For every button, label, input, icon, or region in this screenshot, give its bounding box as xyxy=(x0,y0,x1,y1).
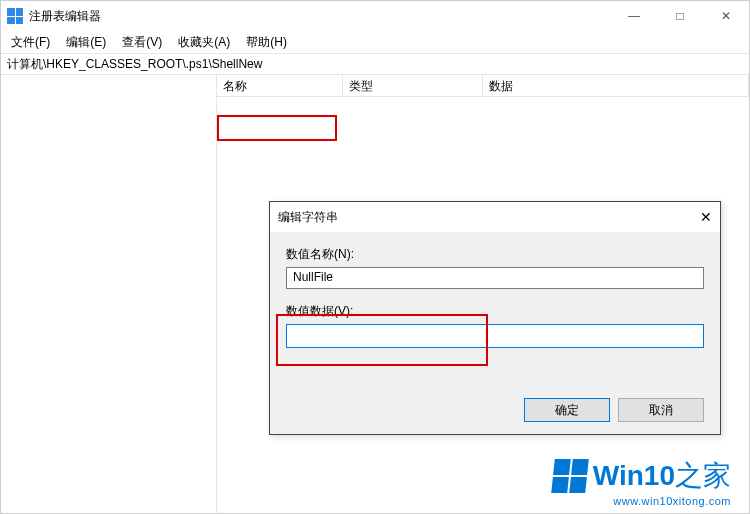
menu-file[interactable]: 文件(F) xyxy=(5,32,56,53)
maximize-button[interactable]: □ xyxy=(657,1,703,31)
menu-view[interactable]: 查看(V) xyxy=(116,32,168,53)
menu-edit[interactable]: 编辑(E) xyxy=(60,32,112,53)
address-bar[interactable]: 计算机\HKEY_CLASSES_ROOT\.ps1\ShellNew xyxy=(1,53,749,75)
window-controls: — □ ✕ xyxy=(611,1,749,31)
dialog-title: 编辑字符串 xyxy=(278,209,495,226)
tree-view[interactable] xyxy=(1,75,217,513)
cancel-button[interactable]: 取消 xyxy=(618,398,704,422)
watermark-url: www.win10xitong.com xyxy=(553,495,731,507)
edit-string-dialog: 编辑字符串 ✕ 数值名称(N): NullFile 数值数据(V): 确定 取消 xyxy=(269,201,721,435)
column-name[interactable]: 名称 xyxy=(217,75,343,96)
value-name-label: 数值名称(N): xyxy=(286,246,704,263)
value-data-label: 数值数据(V): xyxy=(286,303,704,320)
windows-flag-icon xyxy=(551,459,589,493)
minimize-button[interactable]: — xyxy=(611,1,657,31)
menu-bar: 文件(F) 编辑(E) 查看(V) 收藏夹(A) 帮助(H) xyxy=(1,31,749,53)
dialog-close-button[interactable]: ✕ xyxy=(495,209,712,225)
menu-help[interactable]: 帮助(H) xyxy=(240,32,293,53)
app-icon xyxy=(7,8,23,24)
menu-favorites[interactable]: 收藏夹(A) xyxy=(172,32,236,53)
dialog-title-bar[interactable]: 编辑字符串 ✕ xyxy=(270,202,720,232)
ok-button[interactable]: 确定 xyxy=(524,398,610,422)
column-type[interactable]: 类型 xyxy=(343,75,483,96)
close-button[interactable]: ✕ xyxy=(703,1,749,31)
column-data[interactable]: 数据 xyxy=(483,75,749,96)
watermark: Win10之家 www.win10xitong.com xyxy=(553,457,731,507)
value-name-field[interactable]: NullFile xyxy=(286,267,704,289)
highlight-box xyxy=(217,115,337,141)
window-title: 注册表编辑器 xyxy=(29,8,611,25)
title-bar: 注册表编辑器 — □ ✕ xyxy=(1,1,749,31)
value-data-field[interactable] xyxy=(286,324,704,348)
list-header: 名称 类型 数据 xyxy=(217,75,749,97)
